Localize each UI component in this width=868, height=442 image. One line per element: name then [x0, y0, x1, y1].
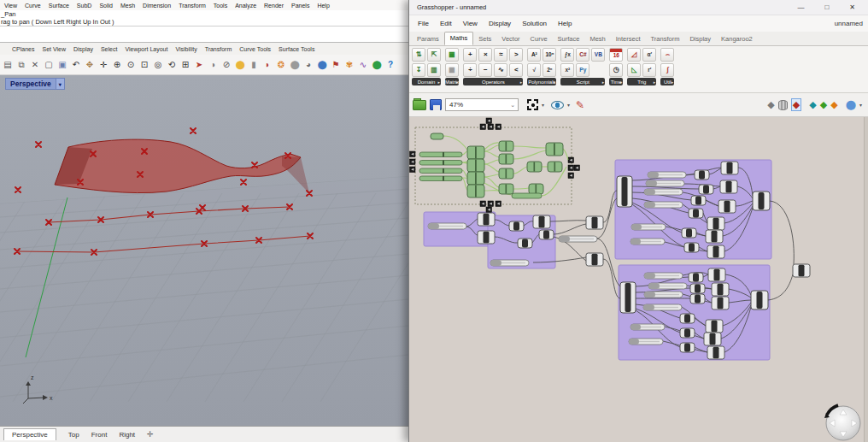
zoom-extents-dropdown-icon[interactable]: ▾: [542, 102, 544, 108]
light-icon[interactable]: ⬤: [234, 59, 246, 71]
tab-surface-tools[interactable]: Surface Tools: [279, 46, 314, 52]
preview-off-icon[interactable]: ◆: [767, 99, 774, 110]
doc-preview-teal-icon[interactable]: ◆: [809, 99, 816, 110]
gh-menu-view[interactable]: View: [463, 20, 478, 27]
lock-icon[interactable]: ▮: [248, 59, 260, 71]
group-dropdown-arrow-icon[interactable]: ▸: [456, 80, 459, 85]
green-nodes[interactable]: [419, 133, 563, 198]
tab-kangaroo2[interactable]: Kangaroo2: [716, 33, 758, 45]
gh-menu-help[interactable]: Help: [558, 20, 572, 27]
group-label-polynomials[interactable]: Polynomials▸: [527, 78, 556, 85]
gaussian-icon[interactable]: ⌢: [660, 48, 674, 62]
menu-analyze[interactable]: Analyze: [235, 3, 256, 9]
doc-preview-orange-icon[interactable]: ◆: [830, 99, 837, 110]
tab-mesh[interactable]: Mesh: [584, 33, 610, 45]
smaller-than-icon[interactable]: <: [509, 63, 523, 77]
pan-view-icon[interactable]: ➤: [193, 59, 205, 71]
menu-panels[interactable]: Panels: [291, 3, 309, 9]
minimize-button[interactable]: —: [797, 3, 804, 11]
menu-transform[interactable]: Transform: [179, 3, 206, 9]
menu-help[interactable]: Help: [317, 3, 329, 9]
grasshopper-canvas[interactable]: [409, 117, 868, 442]
menu-tools[interactable]: Tools: [214, 3, 227, 9]
tab-params[interactable]: Params: [412, 33, 444, 45]
vb-script-icon[interactable]: VB: [591, 48, 605, 62]
canvas-compass-widget[interactable]: [824, 405, 860, 440]
python-script-icon[interactable]: Py: [576, 63, 589, 77]
group-label-domain[interactable]: Domain▸: [412, 78, 441, 85]
gears-icon[interactable]: ✾: [343, 59, 355, 71]
remap-numbers-icon[interactable]: ▥: [427, 63, 441, 77]
group-dropdown-arrow-icon[interactable]: ▸: [520, 80, 523, 85]
zoom-window-icon[interactable]: ⊡: [138, 59, 150, 71]
menu-subd[interactable]: SubD: [77, 3, 92, 9]
tab-maths[interactable]: Maths: [444, 32, 473, 45]
tab-intersect[interactable]: Intersect: [611, 33, 646, 45]
tab-curve-tools[interactable]: Curve Tools: [239, 46, 271, 52]
preview-shaded-selected[interactable]: ◆: [791, 98, 801, 111]
move-icon[interactable]: ✛: [97, 59, 109, 71]
cosine-triangle-icon[interactable]: ◺: [627, 63, 641, 77]
group-dropdown-arrow-icon[interactable]: ▸: [654, 80, 656, 85]
mesh-quality-icon[interactable]: ⬤: [846, 99, 856, 110]
group-dropdown-arrow-icon[interactable]: ▸: [602, 80, 605, 85]
group-label-script[interactable]: Script▸: [560, 78, 605, 85]
flag-icon[interactable]: ⚑: [330, 59, 342, 71]
output-node[interactable]: [793, 264, 810, 277]
swoosh-icon[interactable]: ◗: [261, 59, 273, 71]
group-label-operators[interactable]: Operators▸: [463, 78, 523, 85]
viewport-tab-right[interactable]: Right: [119, 431, 135, 439]
power-of-2-icon[interactable]: 2ⁿ: [542, 63, 556, 77]
grasshopper-titlebar[interactable]: Grasshopper - unnamed — □ ✕: [409, 0, 868, 15]
tab-cplanes[interactable]: CPlanes: [12, 46, 34, 52]
definition-graph[interactable]: [409, 117, 868, 442]
close-button[interactable]: ✕: [849, 3, 855, 11]
viewport-tab-top[interactable]: Top: [68, 431, 79, 439]
viewport-scene[interactable]: z x: [0, 75, 408, 426]
deconstruct-matrix-icon[interactable]: ▦: [445, 63, 459, 77]
viewport-layout-icon[interactable]: ⊞: [179, 59, 191, 71]
delete-icon[interactable]: ✕: [29, 59, 41, 71]
zoom-extents-icon[interactable]: [527, 99, 538, 110]
group-label-trig[interactable]: Trig▸: [627, 78, 656, 85]
open-file-icon[interactable]: [413, 100, 426, 110]
tab-vector[interactable]: Vector: [496, 33, 525, 45]
interpolate-icon[interactable]: ∫: [660, 63, 674, 77]
group-dropdown-arrow-icon[interactable]: ▸: [554, 80, 556, 85]
canvas-scrollbar[interactable]: [864, 117, 868, 442]
doc-preview-green-icon[interactable]: ◆: [820, 99, 827, 110]
viewport-title-chip[interactable]: Perspective ▾: [5, 78, 65, 90]
mesh-quality-dropdown-icon[interactable]: ▾: [859, 102, 862, 108]
square-root-icon[interactable]: √: [527, 63, 541, 77]
menu-surface[interactable]: Surface: [49, 3, 69, 9]
smooth-icon[interactable]: ∿: [494, 63, 507, 77]
construct-matrix-icon[interactable]: ▦: [445, 48, 459, 62]
csharp-script-icon[interactable]: C#: [576, 48, 589, 62]
tab-set-view[interactable]: Set View: [42, 46, 66, 52]
similarity-icon[interactable]: ≈: [494, 48, 507, 62]
power-of-10-icon[interactable]: 10ⁿ: [542, 48, 556, 62]
multiplication-icon[interactable]: ×: [478, 48, 492, 62]
zoom-select[interactable]: 47% ⌄: [445, 98, 519, 111]
evaluate-icon[interactable]: x²: [560, 63, 574, 77]
group-label-matrix[interactable]: Matrix▸: [445, 78, 459, 85]
angle-icon[interactable]: α′: [642, 48, 656, 62]
add-viewport-icon[interactable]: ✛: [147, 430, 154, 439]
divide-domain-icon[interactable]: ⇅: [412, 48, 425, 62]
gh-menu-solution[interactable]: Solution: [522, 20, 547, 27]
division-icon[interactable]: ÷: [463, 63, 477, 77]
menu-dimension[interactable]: Dimension: [143, 3, 171, 9]
preview-wireframe-icon[interactable]: [778, 100, 788, 110]
group-label-util[interactable]: Util▸: [660, 78, 674, 85]
tab-sets[interactable]: Sets: [473, 33, 496, 45]
help-icon[interactable]: ?: [384, 59, 396, 71]
color-wheel-icon[interactable]: ❂: [275, 59, 287, 71]
copy-icon[interactable]: ⧉: [15, 59, 27, 71]
construct-domain-icon[interactable]: ↧: [412, 63, 425, 77]
zoom-dynamic-icon[interactable]: ⊙: [125, 59, 137, 71]
cplane-icon[interactable]: ⊘: [220, 59, 232, 71]
tab-display[interactable]: Display: [73, 46, 93, 52]
tab-viewport-layout[interactable]: Viewport Layout: [125, 46, 167, 52]
curve-tool-icon[interactable]: ∿: [357, 59, 369, 71]
group-dropdown-arrow-icon[interactable]: ▸: [437, 80, 440, 85]
